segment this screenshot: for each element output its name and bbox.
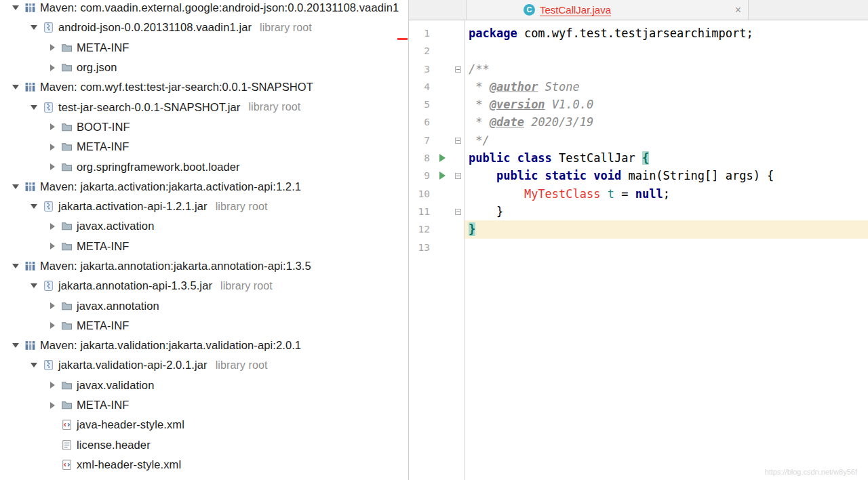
code-token: * [469, 115, 490, 129]
jar-icon [43, 201, 54, 212]
code-line[interactable]: /** [465, 60, 868, 78]
chevron-right-icon[interactable] [46, 62, 58, 73]
chevron-down-icon[interactable] [9, 340, 22, 351]
tree-item[interactable]: license.header [0, 435, 408, 455]
tree-item[interactable]: javax.validation [0, 376, 408, 395]
chevron-right-icon[interactable] [46, 161, 58, 172]
xml-file-icon [61, 459, 73, 471]
editor-gutter: 12345678910111213 [409, 20, 465, 480]
line-number: 9 [409, 167, 430, 184]
tree-item[interactable]: android-json-0.0.20131108.vaadin1.jarlib… [0, 18, 408, 37]
chevron-right-icon[interactable] [46, 241, 58, 252]
chevron-spacer [46, 420, 58, 431]
maven-library-icon [24, 260, 36, 272]
tree-item[interactable]: META-INF [0, 237, 408, 256]
chevron-right-icon[interactable] [46, 300, 58, 311]
code-token: * [469, 98, 490, 111]
library-root-badge: library root [216, 201, 268, 213]
tree-item[interactable]: javax.annotation [0, 296, 408, 315]
tree-item[interactable]: jakarta.activation-api-1.2.1.jarlibrary … [0, 197, 408, 216]
tree-item[interactable]: test-jar-search-0.0.1-SNAPSHOT.jarlibrar… [0, 97, 408, 117]
fold-marker-icon[interactable] [455, 66, 461, 73]
text-file-icon [61, 439, 73, 451]
editor-tab-testcalljar[interactable]: C TestCallJar.java × [467, 0, 749, 20]
code-token [469, 169, 496, 182]
fold-marker-icon[interactable] [455, 173, 461, 179]
code-token: { [642, 151, 649, 165]
chevron-right-icon[interactable] [46, 121, 58, 132]
tree-item[interactable]: Maven: com.vaadin.external.google:androi… [0, 0, 408, 18]
code-token: /** [469, 62, 490, 76]
tree-item[interactable]: META-INF [0, 137, 408, 157]
chevron-down-icon[interactable] [9, 82, 22, 93]
chevron-down-icon[interactable] [28, 201, 40, 212]
tree-item[interactable]: Maven: jakarta.activation:jakarta.activa… [0, 177, 408, 197]
code-token: } [469, 222, 475, 236]
tab-bar-spacer [409, 0, 467, 20]
chevron-down-icon[interactable] [28, 102, 40, 113]
run-button-icon[interactable] [439, 154, 446, 162]
tree-item[interactable]: Maven: jakarta.annotation:jakarta.annota… [0, 256, 408, 276]
fold-marker-icon[interactable] [455, 209, 461, 215]
tree-item-label: Maven: jakarta.annotation:jakarta.annota… [40, 260, 311, 273]
chevron-down-icon[interactable] [9, 3, 22, 14]
fold-marker-icon[interactable] [455, 138, 461, 144]
chevron-right-icon[interactable] [46, 320, 58, 331]
code-token: * [469, 80, 490, 94]
tree-item-label: META-INF [77, 140, 129, 153]
tree-item[interactable]: org.springframework.boot.loader [0, 157, 408, 176]
line-number: 6 [409, 113, 430, 131]
tree-item[interactable]: javax.activation [0, 216, 408, 236]
gutter-row: 9 [409, 167, 464, 184]
tree-item[interactable]: META-INF [0, 38, 408, 58]
tree-item[interactable]: META-INF [0, 395, 408, 415]
code-token: @author [490, 80, 538, 94]
chevron-right-icon[interactable] [46, 400, 58, 411]
gutter-row: 5 [409, 96, 464, 113]
chevron-right-icon[interactable] [46, 380, 58, 391]
code-line[interactable]: } [465, 203, 868, 220]
tab-close-icon[interactable]: × [735, 5, 741, 16]
code-line[interactable]: public static void main(String[] args) { [465, 167, 868, 184]
chevron-spacer [46, 459, 58, 470]
code-token: public class [469, 151, 559, 165]
tree-item[interactable]: Maven: jakarta.xml.bind:jakarta.xml.bind… [0, 475, 408, 480]
line-number: 13 [409, 239, 430, 256]
code-line[interactable]: public class TestCallJar { [465, 149, 868, 167]
tree-item[interactable]: jakarta.annotation-api-1.3.5.jarlibrary … [0, 276, 408, 296]
tree-item[interactable]: java-header-style.xml [0, 415, 408, 435]
code-line[interactable]: * @version V1.0.0 [465, 96, 868, 113]
tree-item[interactable]: META-INF [0, 316, 408, 336]
chevron-down-icon[interactable] [9, 261, 22, 272]
code-token: null [635, 187, 663, 201]
code-line[interactable]: * @author Stone [465, 78, 868, 96]
tree-item[interactable]: jakarta.validation-api-2.0.1.jarlibrary … [0, 355, 408, 375]
chevron-right-icon[interactable] [46, 221, 58, 232]
code-line[interactable]: MyTestClass t = null; [465, 185, 868, 203]
code-line[interactable]: package com.wyf.test.testjarsearchimport… [465, 24, 868, 42]
tree-item[interactable]: xml-header-style.xml [0, 455, 408, 475]
code-line[interactable] [465, 42, 868, 60]
run-button-icon[interactable] [439, 172, 446, 180]
gutter-row: 2 [409, 42, 464, 60]
chevron-down-icon[interactable] [28, 360, 40, 371]
code-token: TestCallJar [559, 151, 642, 165]
chevron-down-icon[interactable] [28, 22, 40, 33]
tree-item[interactable]: BOOT-INF [0, 117, 408, 137]
tree-item[interactable]: org.json [0, 58, 408, 77]
code-line[interactable]: * @date 2020/3/19 [465, 113, 868, 131]
code-area[interactable]: package com.wyf.test.testjarsearchimport… [465, 20, 868, 480]
gutter-row: 3 [409, 60, 464, 78]
tree-item[interactable]: Maven: com.wyf.test:test-jar-search:0.0.… [0, 77, 408, 97]
chevron-down-icon[interactable] [28, 281, 40, 292]
code-line[interactable] [465, 239, 868, 256]
tree-item[interactable]: Maven: jakarta.validation:jakarta.valida… [0, 336, 408, 355]
code-line-current[interactable]: } [465, 220, 868, 238]
chevron-right-icon[interactable] [46, 142, 58, 153]
folder-icon [61, 399, 73, 411]
library-root-badge: library root [260, 22, 312, 34]
folder-icon [61, 141, 73, 153]
code-line[interactable]: */ [465, 132, 868, 149]
chevron-right-icon[interactable] [46, 42, 58, 53]
chevron-down-icon[interactable] [9, 181, 22, 192]
